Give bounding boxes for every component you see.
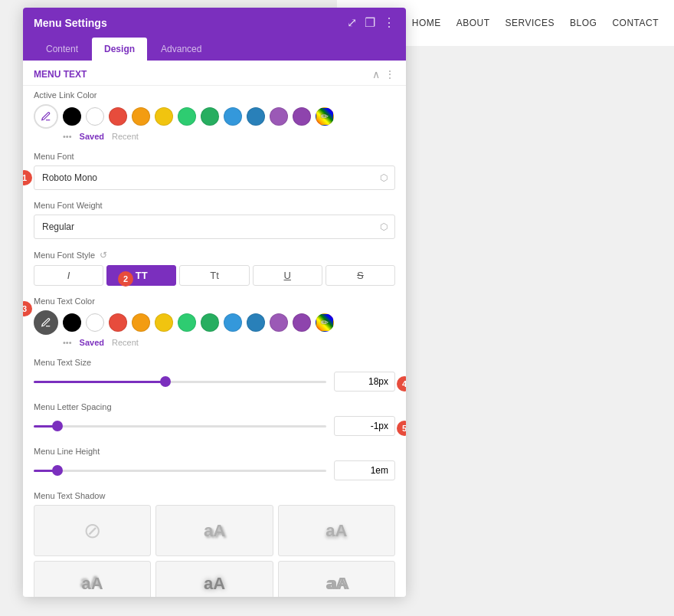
settings-body: Active Link Color [23,86,406,597]
font-style-reset[interactable]: ↺ [100,250,107,260]
menu-font-weight-select-wrapper: Regular ⬡ [34,215,395,239]
menu-text-color-saved[interactable]: Saved [80,338,104,347]
color-blue[interactable] [224,107,242,126]
nav-item-home[interactable]: HOME [412,18,441,28]
text-color-purple[interactable] [270,313,288,332]
menu-text-color-label: Menu Text Color [34,297,395,306]
text-color-yellow[interactable] [155,313,173,332]
color-green[interactable] [201,107,219,126]
text-color-pen[interactable]: ✏ [316,313,334,332]
menu-settings-panel: Menu Settings ⤢ ❐ ⋮ Content Design Advan… [23,8,406,597]
menu-font-weight-setting: Menu Font Weight Regular ⬡ [34,201,395,239]
menu-line-height-setting: Menu Line Height [34,447,395,480]
menu-font-weight-label: Menu Font Weight [34,201,395,210]
color-darkblue[interactable] [247,107,265,126]
panel-content: Menu Text ∧ ⋮ Active Link Color [23,61,406,597]
panel-tabs: Content Design Advanced [23,38,406,61]
shadow-1[interactable]: aA [155,505,273,556]
shadow-none[interactable]: ⊘ [34,505,151,556]
menu-letter-spacing-slider[interactable] [34,418,326,434]
menu-text-color-recent[interactable]: Recent [112,338,139,347]
shadow-text-2: aA [326,521,347,541]
menu-text-color-setting: 3 Menu Text Color [34,297,395,347]
underline-button[interactable]: U [253,265,322,286]
tab-design[interactable]: Design [92,38,147,61]
menu-text-size-input[interactable] [334,372,395,392]
text-color-blue[interactable] [224,313,242,332]
text-color-red[interactable] [109,313,127,332]
menu-text-color-links: ••• Saved Recent [34,338,395,347]
text-color-black[interactable] [63,313,81,332]
color-orange[interactable] [132,107,150,126]
nav-item-contact[interactable]: CONTACT [612,18,659,28]
minimize-icon[interactable]: ⤢ [347,15,357,30]
text-color-darkpurple[interactable] [293,313,311,332]
color-darkpurple[interactable] [293,107,311,126]
collapse-icon[interactable]: ∧ [372,68,380,80]
badge-2: 2 [118,271,133,287]
menu-text-size-setting: 4 Menu Text Size [34,358,395,392]
menu-text-size-slider[interactable] [34,374,326,389]
shadow-3[interactable]: aA [34,561,151,597]
tab-advanced[interactable]: Advanced [149,38,214,61]
menu-line-height-slider[interactable] [34,463,326,478]
color-white[interactable] [86,107,104,126]
italic-button[interactable]: I [34,265,103,286]
text-color-lightgreen[interactable] [178,313,196,332]
shadow-2[interactable]: aA [278,505,395,556]
line-height-thumb[interactable] [52,465,63,476]
color-yellow[interactable] [155,107,173,126]
shadow-options: ⊘ aA aA aA aA aA [34,505,395,597]
font-style-buttons: I TT Tt U S [34,265,395,286]
active-link-color-links: ••• Saved Recent [34,132,395,141]
letter-spacing-track [34,425,326,428]
letter-spacing-thumb[interactable] [52,421,63,431]
nav-item-services[interactable]: SERVICES [506,18,555,28]
section-more-icon[interactable]: ⋮ [384,68,395,80]
capitalize-button[interactable]: Tt [179,265,249,286]
menu-font-select[interactable]: Roboto Mono [34,165,395,190]
panel-title: Menu Settings [34,17,107,29]
text-color-orange[interactable] [132,313,150,332]
shadow-text-1: aA [204,521,225,541]
tab-content[interactable]: Content [34,38,90,61]
text-color-darkblue[interactable] [247,313,265,332]
menu-letter-spacing-slider-row [34,416,395,436]
slider-thumb[interactable] [160,376,171,387]
shadow-5[interactable]: aA [278,561,395,597]
color-purple[interactable] [270,107,288,126]
slider-fill [34,381,165,383]
menu-font-select-wrapper: Roboto Mono ⬡ [34,165,395,190]
section-title: Menu Text [34,69,87,80]
active-link-recent[interactable]: Recent [112,132,139,141]
text-color-white[interactable] [86,313,104,332]
color-pen[interactable]: ✏ [316,107,334,126]
active-link-saved[interactable]: Saved [80,132,104,141]
nav-item-blog[interactable]: BLOG [570,18,597,28]
uppercase-button[interactable]: TT [106,265,176,286]
strikethrough-button[interactable]: S [326,265,395,286]
badge-3: 3 [23,301,32,316]
panel-header-icons: ⤢ ❐ ⋮ [347,15,395,30]
color-lightgreen[interactable] [178,107,196,126]
more-icon[interactable]: ⋮ [383,15,395,30]
shadow-text-5: aA [326,574,347,594]
badge-5: 5 [397,421,406,436]
menu-text-color-edit[interactable] [34,310,58,335]
color-black[interactable] [63,107,81,126]
menu-letter-spacing-input[interactable] [334,416,395,436]
line-height-track [34,470,326,472]
menu-font-weight-select[interactable]: Regular [34,215,395,239]
color-red[interactable] [109,107,127,126]
menu-text-color-picker: ✏ [34,310,395,335]
text-color-green[interactable] [201,313,219,332]
active-link-color-setting: Active Link Color [34,90,395,141]
nav-item-about[interactable]: ABOUT [456,18,490,28]
active-link-color-label: Active Link Color [34,90,395,100]
section-header: Menu Text ∧ ⋮ [23,61,406,86]
active-link-color-edit[interactable] [34,104,58,129]
menu-line-height-input[interactable] [334,460,395,480]
menu-line-height-value [334,460,395,480]
copy-icon[interactable]: ❐ [365,15,375,30]
shadow-4[interactable]: aA [155,561,273,597]
